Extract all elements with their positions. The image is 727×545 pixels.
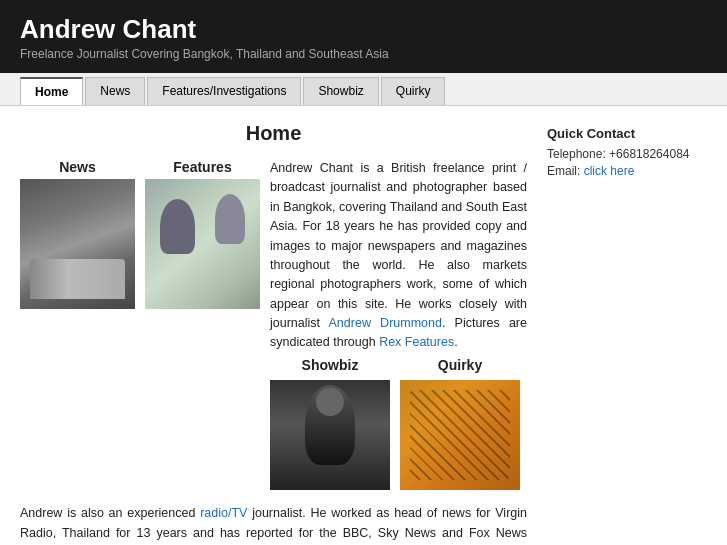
telephone-line: Telephone: +66818264084 <box>547 147 707 161</box>
nav-news[interactable]: News <box>85 77 145 105</box>
news-image[interactable] <box>20 179 135 309</box>
features-image[interactable] <box>145 179 260 309</box>
main-nav: Home News Features/Investigations Showbi… <box>0 73 727 106</box>
nav-features[interactable]: Features/Investigations <box>147 77 301 105</box>
quirky-image[interactable] <box>400 380 520 490</box>
features-label: Features <box>173 159 231 175</box>
site-title: Andrew Chant <box>20 14 707 45</box>
top-section: News Features Andrew Chant is a British … <box>20 159 527 490</box>
quirky-image-block: Quirky <box>400 355 520 491</box>
telephone-value: +66818264084 <box>609 147 689 161</box>
features-image-block: Features <box>145 159 260 490</box>
andrew-drummond-link[interactable]: Andrew Drummond <box>329 316 442 330</box>
radio-tv-link[interactable]: radio/TV <box>200 506 247 520</box>
nav-quirky[interactable]: Quirky <box>381 77 446 105</box>
nav-home[interactable]: Home <box>20 77 83 105</box>
quirky-label: Quirky <box>438 355 482 377</box>
rex-features-link[interactable]: Rex Features <box>379 335 454 349</box>
site-subtitle: Freelance Journalist Covering Bangkok, T… <box>20 47 707 61</box>
showbiz-quirky-row: Showbiz Quirky <box>270 355 527 491</box>
main-content: Home News Features Andrew Chant is a Bri… <box>20 122 527 545</box>
showbiz-label: Showbiz <box>302 355 359 377</box>
email-line: Email: click here <box>547 164 707 178</box>
site-header: Andrew Chant Freelance Journalist Coveri… <box>0 0 727 73</box>
body-text: Andrew Chant is a British freelance prin… <box>270 159 527 490</box>
bottom-paragraph: Andrew is also an experienced radio/TV j… <box>20 504 527 545</box>
showbiz-image-block: Showbiz <box>270 355 390 491</box>
page-title: Home <box>20 122 527 145</box>
sidebar-title: Quick Contact <box>547 126 707 141</box>
news-label: News <box>59 159 96 175</box>
news-image-block: News <box>20 159 135 490</box>
content-wrapper: Home News Features Andrew Chant is a Bri… <box>0 106 727 545</box>
email-label: Email: <box>547 164 580 178</box>
email-link[interactable]: click here <box>584 164 635 178</box>
nav-showbiz[interactable]: Showbiz <box>303 77 378 105</box>
sidebar: Quick Contact Telephone: +66818264084 Em… <box>547 122 707 545</box>
showbiz-image[interactable] <box>270 380 390 490</box>
telephone-label: Telephone: <box>547 147 606 161</box>
